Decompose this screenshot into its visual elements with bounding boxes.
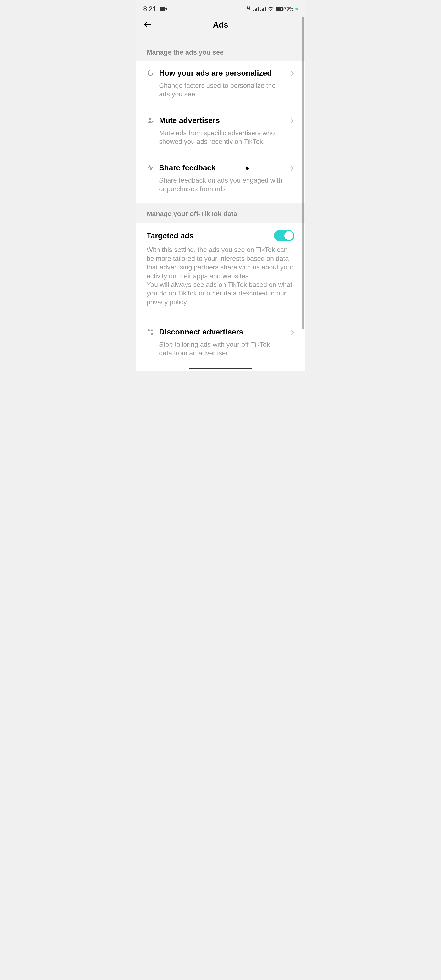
notification-mute-icon [246, 5, 251, 12]
status-time: 8:21 [143, 5, 156, 13]
list-item-mute[interactable]: Mute advertisers Mute ads from specific … [136, 108, 305, 156]
list-item-disconnect[interactable]: Disconnect advertisers Stop tailoring ad… [136, 316, 305, 367]
camera-recording-icon [160, 7, 165, 11]
list-item-title: Mute advertisers [159, 116, 284, 125]
section-header-off-tiktok: Manage your off-TikTok data [136, 203, 305, 223]
signal-strength-icon-2 [260, 6, 266, 11]
page-header: Ads [136, 15, 305, 34]
list-item-personalized[interactable]: How your ads are personalized Change fac… [136, 61, 305, 108]
list-item-title: Disconnect advertisers [159, 328, 284, 336]
recording-indicator-dot [295, 8, 298, 10]
list-item-title: How your ads are personalized [159, 68, 284, 78]
targeted-ads-toggle[interactable] [274, 230, 294, 241]
disconnect-icon [147, 328, 154, 336]
mute-advertiser-icon [147, 116, 154, 124]
personalize-icon [147, 69, 154, 77]
toggle-title: Targeted ads [147, 231, 194, 240]
wifi-icon [268, 6, 274, 12]
svg-point-1 [148, 329, 150, 331]
chevron-right-icon [289, 118, 294, 124]
back-arrow-icon [143, 20, 152, 29]
section-header-manage-ads: Manage the ads you see [136, 34, 305, 61]
signal-strength-icon [253, 6, 259, 11]
scrollbar[interactable] [302, 17, 304, 364]
svg-point-0 [149, 118, 151, 120]
chevron-right-icon [289, 71, 294, 76]
activity-icon [147, 164, 154, 172]
battery-icon [276, 7, 283, 11]
list-item-description: Stop tailoring ads with your off-TikTok … [159, 340, 284, 358]
list-item-title: Share feedback [159, 164, 284, 172]
status-bar: 8:21 79% [136, 0, 305, 15]
list-item-description: Change factors used to personalize the a… [159, 81, 284, 99]
toggle-description: With this setting, the ads you see on Ti… [147, 245, 294, 307]
mouse-cursor [245, 165, 251, 172]
home-indicator[interactable] [189, 368, 252, 369]
svg-point-2 [151, 329, 153, 331]
toggle-item-targeted-ads: Targeted ads With this setting, the ads … [136, 223, 305, 316]
back-button[interactable] [143, 20, 152, 30]
page-title: Ads [143, 20, 298, 29]
list-item-description: Share feedback on ads you engaged with o… [159, 176, 284, 194]
list-item-feedback[interactable]: Share feedback Share feedback on ads you… [136, 156, 305, 203]
battery-percentage: 79% [284, 6, 293, 12]
chevron-right-icon [289, 330, 294, 335]
chevron-right-icon [289, 165, 294, 171]
list-item-description: Mute ads from specific advertisers who s… [159, 129, 284, 146]
